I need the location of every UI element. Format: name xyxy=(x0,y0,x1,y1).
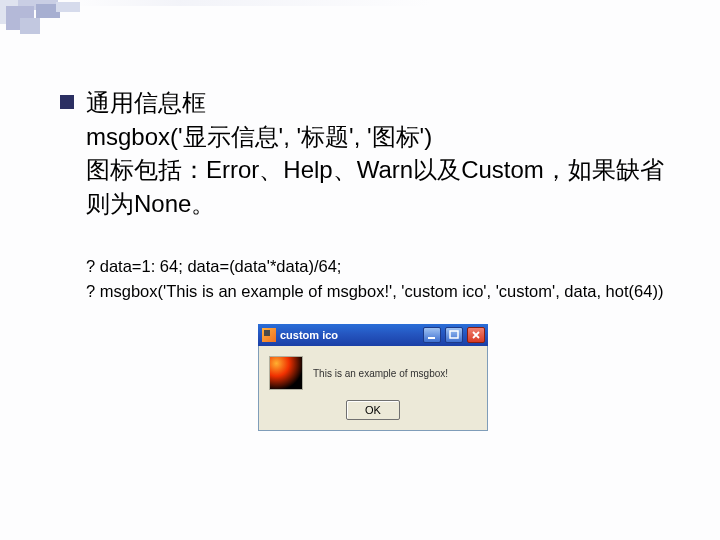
code-line: ? data=1: 64; data=(data'*data)/64; xyxy=(86,254,670,279)
text-line: 通用信息框 xyxy=(86,86,670,120)
custom-colormap-icon xyxy=(269,356,303,390)
maximize-icon xyxy=(449,330,459,340)
code-example: ? data=1: 64; data=(data'*data)/64; ? ms… xyxy=(86,254,670,304)
svg-rect-1 xyxy=(450,331,458,338)
ok-button[interactable]: OK xyxy=(346,400,400,420)
dialog-title: custom ico xyxy=(280,329,419,341)
bullet-item: 通用信息框 msgbox('显示信息', '标题', '图标') 图标包括：Er… xyxy=(60,86,670,220)
text-line: msgbox('显示信息', '标题', '图标') xyxy=(86,120,670,154)
matlab-app-icon xyxy=(262,328,276,342)
close-button[interactable] xyxy=(467,327,485,343)
square-bullet-icon xyxy=(60,95,74,109)
bullet-text: 通用信息框 msgbox('显示信息', '标题', '图标') 图标包括：Er… xyxy=(86,86,670,220)
maximize-button[interactable] xyxy=(445,327,463,343)
dialog-message: This is an example of msgbox! xyxy=(313,368,448,379)
dialog-titlebar[interactable]: custom ico xyxy=(258,324,488,346)
close-icon xyxy=(471,330,481,340)
minimize-button[interactable] xyxy=(423,327,441,343)
code-line: ? msgbox('This is an example of msgbox!'… xyxy=(86,279,670,304)
msgbox-dialog: custom ico This is an example of msgbox!… xyxy=(258,324,488,431)
slide-corner-decoration xyxy=(0,0,720,38)
slide-content: 通用信息框 msgbox('显示信息', '标题', '图标') 图标包括：Er… xyxy=(60,86,670,304)
svg-rect-0 xyxy=(428,337,435,339)
text-line: 图标包括：Error、Help、Warn以及Custom，如果缺省则为None。 xyxy=(86,153,670,220)
dialog-body: This is an example of msgbox! OK xyxy=(258,346,488,431)
minimize-icon xyxy=(427,330,437,340)
